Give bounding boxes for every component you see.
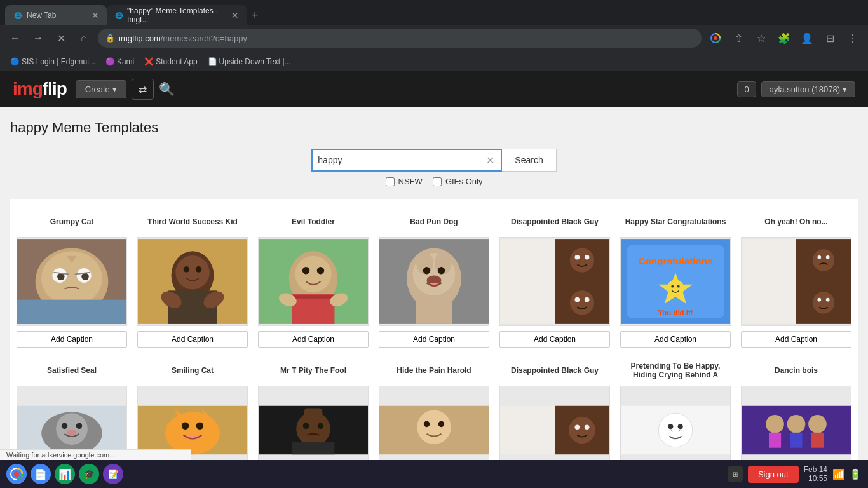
svg-rect-83 [304,409,323,421]
meme-card-bad-pun-dog: Bad Pun Dog A [379,212,489,348]
meme-image-disappointed[interactable] [499,237,610,326]
meme-title-twsk: Third World Success Kid [147,212,238,232]
search-button[interactable]: Search [502,149,556,172]
tab-close-icon-2[interactable]: ✕ [231,10,239,20]
bookmark-sis[interactable]: 🔵 SIS Login | Edgenui... [6,56,99,67]
search-row: ✕ Search [311,149,556,172]
forward-button[interactable]: → [29,29,47,47]
home-button[interactable]: ⌂ [75,29,93,47]
svg-point-64 [817,255,821,259]
sheets-taskbar-icon[interactable]: 📊 [55,464,75,484]
gifs-checkbox[interactable] [433,177,442,186]
meme-title-disappointed: Disappointed Black Guy [511,212,599,232]
address-text: imgflip.com/memesearch?q=happy [119,34,247,43]
add-caption-evil-toddler[interactable]: Add Caption [258,331,369,348]
meme-title-pretending: Pretending To Be Happy, Hiding Crying Be… [620,360,731,381]
svg-point-108 [14,471,19,477]
bookmark-upside[interactable]: 📄 Upside Down Text |... [204,56,295,67]
add-caption-happy-star[interactable]: Add Caption [620,331,731,348]
docs-icon: 📄 [34,468,47,480]
svg-point-65 [826,255,830,259]
meme-image-evil-toddler[interactable] [258,237,369,326]
extension-icon[interactable]: 🧩 [775,29,793,47]
bookmark-kami[interactable]: 🟣 Kami [102,56,138,67]
add-caption-twsk[interactable]: Add Caption [137,331,248,348]
sidebar-icon[interactable]: ⊟ [821,29,839,47]
meme-title-disappointed-2: Disappointed Black Guy [511,360,599,381]
share-icon[interactable]: ⇧ [729,29,747,47]
svg-rect-29 [292,295,335,299]
add-caption-disappointed[interactable]: Add Caption [499,331,610,348]
meme-title-grumpy-cat: Grumpy Cat [50,212,94,232]
meme-image-grumpy-cat[interactable] [17,237,127,326]
add-caption-grumpy-cat[interactable]: Add Caption [17,331,127,348]
meme-image-happy-star[interactable]: Congratulations You did it! [620,237,731,326]
create-button[interactable]: Create ▾ [76,80,126,98]
bookmark-student[interactable]: ❌ Student App [140,56,201,67]
classroom-taskbar-icon[interactable]: 🎓 [79,464,99,484]
svg-point-90 [438,421,445,428]
svg-point-95 [585,424,590,430]
add-caption-bad-pun-dog[interactable]: Add Caption [379,331,489,348]
gifs-filter[interactable]: GIFs Only [433,177,483,186]
taskbar-icon-1: ⊞ [728,466,743,482]
menu-icon[interactable]: ⋮ [844,29,862,47]
site-wrapper: imgflip Create ▾ ⇄ 🔍 0 ayla.sutton (1807… [0,71,868,488]
back-button[interactable]: ← [6,29,24,47]
header-user[interactable]: ayla.sutton (18078) ▾ [761,81,855,97]
search-input-wrap: ✕ [311,149,502,172]
search-area: ✕ Search NSFW GIFs Only [10,149,858,186]
svg-point-97 [658,413,693,447]
svg-point-84 [303,423,309,430]
svg-point-88 [417,410,451,444]
bookmark-sis-icon: 🔵 [10,57,19,66]
svg-rect-14 [17,300,126,324]
new-tab-button[interactable]: + [247,9,264,22]
reload-button[interactable]: ✕ [52,29,70,47]
svg-point-56 [671,285,674,288]
tab-close-icon[interactable]: ✕ [92,10,99,20]
logo-text: imgflip [13,79,67,99]
nsfw-filter[interactable]: NSFW [386,177,423,186]
svg-point-80 [196,423,203,430]
search-input[interactable] [318,155,485,165]
address-box[interactable]: 🔒 imgflip.com/memesearch?q=happy [98,29,702,48]
header-search-button[interactable]: 🔍 [159,81,175,97]
meme-title-mr-t: Mr T Pity The Fool [280,360,346,381]
meme-card-mr-t: Mr T Pity The Fool [258,360,369,475]
add-caption-oh-yeah[interactable]: Add Caption [741,331,851,348]
svg-rect-43 [500,281,555,324]
site-header: imgflip Create ▾ ⇄ 🔍 0 ayla.sutton (1807… [0,71,868,107]
star-icon[interactable]: ☆ [752,29,770,47]
bookmark-upside-label: Upside Down Text |... [219,57,291,66]
svg-point-38 [438,267,445,274]
svg-point-37 [423,267,430,274]
meme-card-dancin-bois: Dancin bois [741,360,851,475]
site-logo[interactable]: imgflip [13,79,67,99]
meme-image-bad-pun-dog[interactable] [379,237,489,326]
nsfw-checkbox[interactable] [386,177,395,186]
meme-image-twsk[interactable] [137,237,248,326]
meme-title-harold: Hide the Pain Harold [397,360,471,381]
docs-taskbar-icon[interactable]: 📄 [31,464,51,484]
profile-icon[interactable]: 👤 [798,29,816,47]
search-clear-button[interactable]: ✕ [485,154,496,166]
meme-image-oh-yeah[interactable] [741,237,851,326]
meme-card-evil-toddler: Evil Toddler [258,212,369,348]
tab-imgflip[interactable]: 🌐 "happy" Meme Templates - Imgf... ✕ [107,5,247,25]
tab-new-tab[interactable]: 🌐 New Tab ✕ [5,5,107,25]
taskbar-time-label: 10:55 [808,474,827,483]
shuffle-button[interactable]: ⇄ [132,79,154,100]
chrome-taskbar-icon[interactable] [6,464,27,484]
tab-favicon-2: 🌐 [114,10,123,20]
chrome-icon[interactable] [707,29,724,47]
svg-point-68 [826,298,830,302]
svg-rect-105 [790,433,802,448]
svg-point-1 [714,36,717,40]
notes-taskbar-icon[interactable]: 📝 [103,464,123,484]
page-content: happy Meme Templates ✕ Search NSFW GIFs … [0,107,868,488]
meme-card-grumpy-cat: Grumpy Cat [17,212,127,348]
user-chevron-icon: ▾ [843,85,847,94]
signout-button[interactable]: Sign out [748,466,799,483]
meme-title-happy-star: Happy Star Congratulations [625,212,726,232]
